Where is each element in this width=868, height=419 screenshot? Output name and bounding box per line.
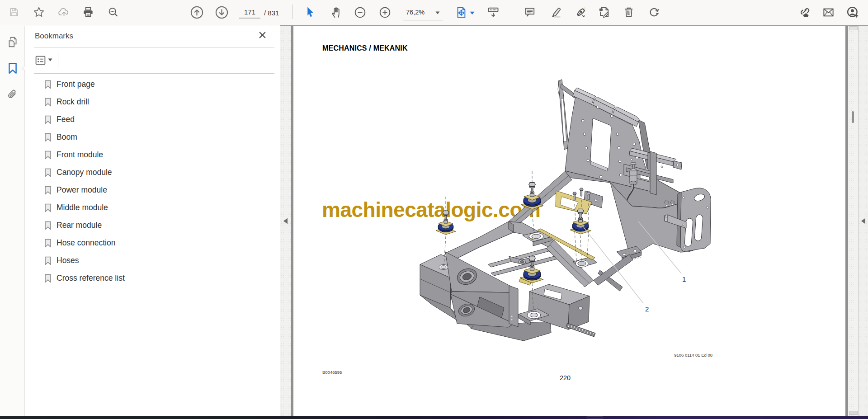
bookmarks-panel: Bookmarks Front pageRock drillFeedBoomFr… (25, 26, 280, 416)
search-button[interactable] (104, 4, 122, 21)
vertical-scrollbar[interactable] (848, 26, 858, 416)
redo-circle-icon (648, 6, 660, 19)
scroll-mode-button[interactable] (485, 4, 502, 21)
save-button[interactable] (5, 4, 23, 21)
bookmark-item[interactable]: Middle module (25, 199, 280, 217)
bookmarks-panel-button[interactable] (4, 60, 21, 76)
link-cloud-icon (797, 6, 810, 19)
rubber-mount (570, 209, 591, 234)
star-icon (33, 6, 45, 18)
collapse-panel-arrow-icon[interactable] (283, 218, 288, 224)
search-icon (107, 6, 119, 19)
bookmark-item-label: Hose connection (57, 238, 115, 248)
hand-icon (330, 6, 343, 19)
bookmark-flag-icon (44, 80, 52, 89)
highlight-button[interactable] (547, 4, 565, 21)
fit-page-icon (455, 6, 467, 19)
select-tool-button[interactable] (302, 4, 319, 21)
page-thumbnails-icon (7, 36, 19, 48)
panel-splitter[interactable] (280, 26, 291, 416)
close-icon (259, 31, 266, 39)
toolbar: / 831 76,2% (0, 0, 868, 25)
document-edge (291, 26, 293, 416)
zoom-out-button[interactable] (351, 4, 368, 21)
zoom-in-button[interactable] (376, 4, 393, 21)
bookmark-item[interactable]: Cross reference list (25, 269, 280, 287)
bookmark-item-label: Canopy module (57, 168, 112, 177)
save-icon (9, 7, 19, 18)
bookmark-item[interactable]: Power module (25, 181, 280, 199)
bookmark-item-label: Rear module (57, 221, 102, 230)
document-page[interactable]: MECHANICS / MEKANIK machinecatalogic.com (293, 26, 845, 416)
bookmarks-panel-title: Bookmarks (35, 32, 73, 41)
comment-button[interactable] (521, 4, 538, 21)
previous-page-button[interactable] (188, 4, 205, 21)
bookmarks-options-button[interactable] (35, 55, 46, 66)
panel-divider (34, 47, 274, 47)
document-number: B0046595 (322, 370, 342, 375)
rubber-mount (436, 211, 456, 235)
bookmark-flag-icon (44, 256, 52, 265)
bookmark-item[interactable]: Front module (25, 146, 280, 164)
panel-divider (858, 26, 859, 416)
scroll-down-button[interactable] (849, 411, 858, 415)
document-heading: MECHANICS / MEKANIK (322, 44, 408, 52)
fit-page-caret-icon[interactable] (470, 11, 475, 15)
toolbar-divider (512, 5, 512, 19)
callout-label-1: 1 (682, 275, 686, 283)
bookmark-item-label: Power module (57, 185, 107, 195)
printed-page-number: 220 (542, 374, 588, 381)
callout-label-2: 2 (645, 305, 649, 313)
document-edge (845, 26, 848, 416)
bookmark-flag-icon (44, 168, 52, 177)
bookmark-item[interactable]: Hoses (25, 252, 280, 269)
bookmark-item[interactable]: Feed (25, 111, 280, 128)
attachments-button[interactable] (4, 86, 21, 103)
zoom-level-control[interactable]: 76,2% (403, 5, 443, 20)
email-button[interactable] (820, 4, 837, 21)
share-link-button[interactable] (795, 4, 812, 21)
bookmarks-close-button[interactable] (259, 31, 268, 40)
bookmark-item[interactable]: Boom (25, 128, 280, 146)
bookmark-item[interactable]: Rock drill (25, 93, 280, 111)
bookmark-flag-icon (44, 115, 52, 124)
page-total-label: / 831 (264, 0, 279, 25)
envelope-icon (822, 6, 835, 19)
bookmark-item-label: Boom (57, 132, 77, 142)
bookmark-item[interactable]: Hose connection (25, 234, 280, 252)
redo-button[interactable] (645, 4, 662, 21)
fit-page-button[interactable] (453, 4, 470, 21)
tools-panel-strip[interactable] (859, 26, 868, 416)
options-list-icon (35, 55, 46, 66)
delete-pages-button[interactable] (620, 4, 637, 21)
zoom-level-value: 76,2% (406, 5, 425, 19)
next-page-button[interactable] (213, 4, 230, 21)
scroll-up-button[interactable] (849, 26, 858, 30)
cloud-upload-button[interactable] (55, 4, 72, 21)
bookmark-item[interactable]: Canopy module (25, 164, 280, 181)
paperclip-icon (7, 89, 19, 100)
page-number-input[interactable] (239, 6, 260, 19)
sign-button[interactable] (573, 4, 590, 21)
scrollbar-thumb[interactable] (852, 111, 854, 123)
bookmark-flag-icon (44, 274, 52, 283)
bookmark-item[interactable]: Front page (25, 75, 280, 93)
bookmark-item-label: Front page (57, 80, 95, 89)
print-button[interactable] (80, 4, 97, 21)
cloud-upload-icon (58, 6, 70, 19)
bookmark-item-label: Front module (57, 150, 103, 160)
highlighter-icon (550, 6, 562, 19)
bookmark-flag-icon (44, 239, 52, 248)
scroll-mode-icon (487, 6, 500, 19)
expand-tools-arrow-icon[interactable] (861, 218, 866, 224)
page-thumbnails-button[interactable] (4, 33, 21, 50)
organize-pages-button[interactable] (596, 4, 613, 21)
share-people-button[interactable] (844, 4, 861, 21)
star-button[interactable] (30, 4, 47, 21)
panel-divider (34, 73, 274, 74)
document-edge (280, 25, 868, 26)
bookmark-item-label: Rock drill (57, 97, 89, 107)
hand-tool-button[interactable] (328, 4, 345, 21)
options-caret-icon[interactable] (48, 58, 52, 61)
bookmark-item[interactable]: Rear module (25, 217, 280, 234)
